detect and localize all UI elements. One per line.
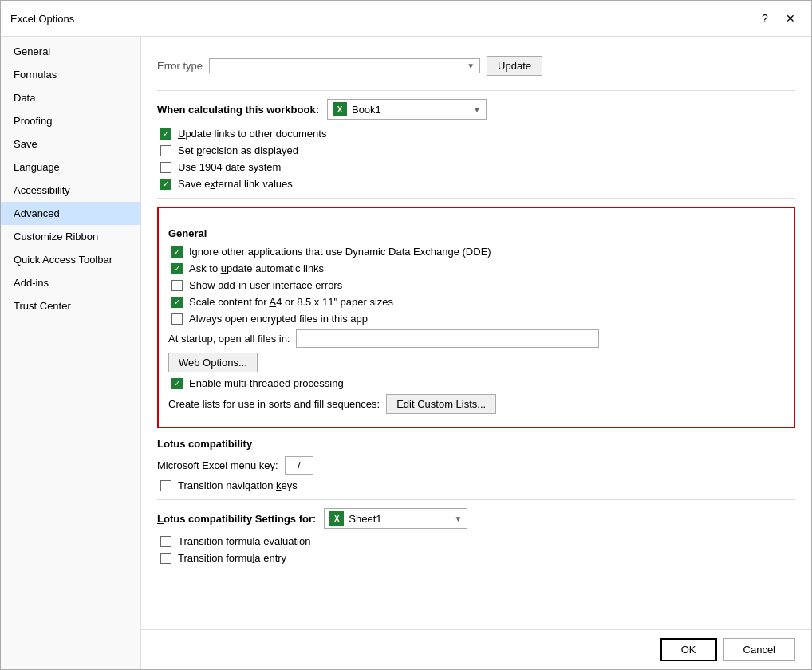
option-update-links-row: Update links to other documents [157, 128, 795, 140]
encrypted-checkbox[interactable] [171, 313, 183, 325]
option-multithread-row: Enable multi-threaded processing [168, 377, 784, 389]
truncated-section: Error type ▼ Update [157, 49, 795, 82]
create-lists-label: Create lists for use in sorts and fill s… [168, 398, 380, 410]
sheet-dropdown-arrow: ▼ [454, 514, 462, 523]
scale-a4-checkbox[interactable] [171, 297, 183, 308]
update-links-label: Update links to other documents [178, 128, 326, 140]
ok-button[interactable]: OK [660, 638, 717, 661]
dialog-content: General Formulas Data Proofing Save Lang… [1, 37, 811, 669]
sidebar: General Formulas Data Proofing Save Lang… [1, 37, 141, 669]
option-ignore-dde-row: Ignore other applications that use Dynam… [168, 246, 784, 258]
sidebar-item-customize-ribbon[interactable]: Customize Ribbon [1, 225, 140, 248]
transition-nav-checkbox[interactable] [160, 480, 171, 491]
menu-key-label: Microsoft Excel menu key: [157, 459, 278, 471]
ignore-dde-checkbox[interactable] [171, 246, 183, 258]
top-divider [157, 90, 795, 91]
main-content: Error type ▼ Update When calculating thi… [141, 37, 811, 629]
close-button[interactable]: ✕ [779, 7, 802, 30]
use-1904-label: Use 1904 date system [178, 161, 281, 173]
lotus-section: Lotus compatibility Microsoft Excel menu… [157, 438, 795, 491]
error-type-arrow: ▼ [467, 61, 475, 70]
edit-custom-lists-button[interactable]: Edit Custom Lists... [386, 394, 496, 414]
option-set-precision-row: Set precision as displayed [157, 144, 795, 156]
set-precision-checkbox[interactable] [160, 145, 171, 156]
general-section: General Ignore other applications that u… [157, 207, 795, 428]
sidebar-item-advanced[interactable]: Advanced [1, 202, 140, 225]
ignore-dde-label: Ignore other applications that use Dynam… [189, 246, 491, 258]
sidebar-item-formulas[interactable]: Formulas [1, 63, 140, 86]
ask-update-label: Ask to update automatic links [189, 262, 324, 274]
sheet-excel-icon: X [329, 511, 344, 526]
option-show-addin-row: Show add-in user interface errors [168, 279, 784, 291]
workbook-dropdown[interactable]: X Book1 ▼ [327, 99, 487, 120]
transition-formula-eval-checkbox[interactable] [160, 536, 171, 547]
show-addin-checkbox[interactable] [171, 280, 183, 291]
title-bar-buttons: ? ✕ [754, 7, 802, 30]
sidebar-item-data[interactable]: Data [1, 86, 140, 109]
encrypted-label: Always open encrypted files in this app [189, 313, 368, 325]
sidebar-item-proofing[interactable]: Proofing [1, 109, 140, 132]
excel-options-dialog: Excel Options ? ✕ General Formulas Data … [0, 0, 812, 670]
general-section-title: General [168, 227, 784, 239]
option-transition-formula-eval-row: Transition formula evaluation [157, 535, 795, 547]
sidebar-item-accessibility[interactable]: Accessibility [1, 179, 140, 202]
update-links-checkbox[interactable] [160, 128, 171, 140]
lotus-section-title: Lotus compatibility [157, 438, 795, 450]
workbook-excel-icon: X [333, 102, 347, 116]
startup-input[interactable] [296, 329, 599, 348]
option-scale-a4-row: Scale content for A4 or 8.5 x 11" paper … [168, 296, 784, 308]
startup-label: At startup, open all files in: [168, 333, 290, 345]
multithread-checkbox[interactable] [171, 378, 183, 389]
sidebar-item-trust-center[interactable]: Trust Center [1, 294, 140, 317]
workbook-label: When calculating this workbook: [157, 104, 319, 116]
lotus-settings-divider [157, 499, 795, 500]
save-external-checkbox[interactable] [160, 179, 171, 190]
transition-formula-entry-checkbox[interactable] [160, 553, 171, 564]
workbook-name: Book1 [352, 104, 468, 116]
show-addin-label: Show add-in user interface errors [189, 279, 342, 291]
option-ask-update-row: Ask to update automatic links [168, 262, 784, 274]
sidebar-item-general[interactable]: General [1, 40, 140, 63]
save-external-label: Save external link values [178, 178, 293, 190]
sheet-name: Sheet1 [349, 513, 449, 525]
general-divider-top [157, 198, 795, 199]
option-1904-row: Use 1904 date system [157, 161, 795, 173]
menu-key-input[interactable] [285, 456, 313, 475]
help-button[interactable]: ? [754, 7, 776, 30]
sidebar-item-save[interactable]: Save [1, 132, 140, 156]
lotus-settings-section-row: Lotus compatibility Settings for: X Shee… [157, 508, 795, 529]
workbook-section-row: When calculating this workbook: X Book1 … [157, 99, 795, 120]
sidebar-item-quick-access-toolbar[interactable]: Quick Access Toolbar [1, 248, 140, 271]
ask-update-checkbox[interactable] [171, 263, 183, 274]
transition-formula-eval-label: Transition formula evaluation [178, 535, 310, 547]
error-type-label: Error type [157, 60, 203, 72]
update-button[interactable]: Update [487, 56, 542, 76]
option-transition-formula-entry-row: Transition formula entry [157, 552, 795, 564]
multithread-label: Enable multi-threaded processing [189, 377, 344, 389]
scale-a4-label: Scale content for A4 or 8.5 x 11" paper … [189, 296, 393, 308]
menu-key-row: Microsoft Excel menu key: [157, 456, 795, 475]
sidebar-item-language[interactable]: Language [1, 156, 140, 179]
transition-formula-entry-label: Transition formula entry [178, 552, 286, 564]
dialog-title: Excel Options [10, 13, 74, 25]
lotus-settings-label: Lotus compatibility Settings for: [157, 513, 316, 525]
option-save-external-row: Save external link values [157, 178, 795, 190]
truncated-row: Error type ▼ Update [157, 56, 795, 76]
transition-nav-label: Transition navigation keys [178, 479, 298, 491]
set-precision-label: Set precision as displayed [178, 144, 298, 156]
sidebar-item-add-ins[interactable]: Add-ins [1, 271, 140, 294]
startup-row: At startup, open all files in: [168, 329, 784, 348]
web-options-button[interactable]: Web Options... [168, 353, 258, 372]
use-1904-checkbox[interactable] [160, 162, 171, 173]
title-bar: Excel Options ? ✕ [1, 1, 811, 37]
footer: OK Cancel [141, 629, 811, 669]
error-type-dropdown[interactable]: ▼ [209, 58, 480, 73]
cancel-button[interactable]: Cancel [723, 638, 795, 661]
web-options-row: Web Options... [168, 353, 784, 372]
workbook-dropdown-arrow: ▼ [473, 105, 481, 114]
create-lists-row: Create lists for use in sorts and fill s… [168, 394, 784, 414]
lotus-settings-dropdown[interactable]: X Sheet1 ▼ [324, 508, 467, 529]
option-encrypted-row: Always open encrypted files in this app [168, 313, 784, 325]
option-transition-nav-row: Transition navigation keys [157, 479, 795, 491]
main-panel: Error type ▼ Update When calculating thi… [141, 37, 811, 669]
